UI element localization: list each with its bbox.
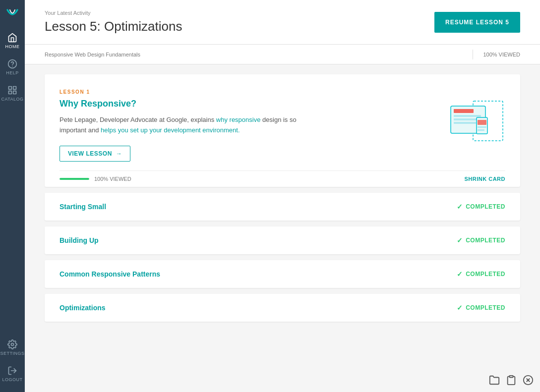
progress-track xyxy=(60,178,89,180)
sidebar-item-help[interactable]: HELP xyxy=(0,54,25,80)
sidebar-item-catalog[interactable]: CATALOG xyxy=(0,80,25,107)
sidebar-item-logout-label: LOGOUT xyxy=(2,377,22,382)
check-icon-4: ✓ xyxy=(457,270,463,278)
lesson-1-desc: Pete Lepage, Developer Advocate at Googl… xyxy=(60,115,298,136)
svg-rect-15 xyxy=(478,120,486,125)
lesson-1-progress: 100% VIEWED xyxy=(60,176,131,182)
lesson-card-4[interactable]: Common Responsive Patterns ✓ COMPLETED xyxy=(45,260,520,288)
lesson-3-status: ✓ COMPLETED xyxy=(457,236,505,244)
divider xyxy=(473,50,473,59)
svg-rect-10 xyxy=(454,109,474,113)
lesson-3-title: Building Up xyxy=(60,236,99,244)
course-pct-viewed: 100% VIEWED xyxy=(483,52,520,57)
lesson-card-1: LESSON 1 Why Responsive? Pete Lepage, De… xyxy=(45,74,520,187)
lesson-card-3[interactable]: Building Up ✓ COMPLETED xyxy=(45,226,520,254)
page-title: Lesson 5: Optimizations xyxy=(45,19,182,34)
shrink-card-button[interactable]: SHRINK CARD xyxy=(465,176,506,182)
bottom-toolbar xyxy=(487,373,535,387)
lesson-row-4[interactable]: Common Responsive Patterns ✓ COMPLETED xyxy=(45,260,520,288)
header: Your Latest Activity Lesson 5: Optimizat… xyxy=(25,0,540,45)
svg-rect-13 xyxy=(454,122,476,124)
main-content: Your Latest Activity Lesson 5: Optimizat… xyxy=(25,0,540,392)
svg-rect-14 xyxy=(477,117,487,134)
highlight-why: why responsive xyxy=(216,116,261,123)
check-icon-2: ✓ xyxy=(457,203,463,211)
svg-rect-5 xyxy=(13,91,16,94)
course-name: Responsive Web Design Fundamentals xyxy=(45,52,463,57)
svg-rect-16 xyxy=(478,126,486,128)
lesson-1-pct-viewed: 100% VIEWED xyxy=(94,176,131,182)
lesson-5-status: ✓ COMPLETED xyxy=(457,304,505,312)
lesson-2-status: ✓ COMPLETED xyxy=(457,203,505,211)
sidebar-item-settings[interactable]: SETTINGS xyxy=(0,335,25,361)
lesson-row-3[interactable]: Building Up ✓ COMPLETED xyxy=(45,226,520,254)
svg-rect-17 xyxy=(478,129,484,131)
sidebar-item-home-label: HOME xyxy=(5,44,20,49)
lesson-4-title: Common Responsive Patterns xyxy=(60,270,160,278)
lesson-row-5[interactable]: Optimizations ✓ COMPLETED xyxy=(45,294,520,322)
folder-icon[interactable] xyxy=(487,373,501,387)
sidebar-logo xyxy=(3,5,21,23)
svg-rect-12 xyxy=(454,118,479,120)
view-lesson-button[interactable]: VIEW LESSON → xyxy=(60,146,130,162)
lesson-5-title: Optimizations xyxy=(60,304,106,312)
lessons-list: LESSON 1 Why Responsive? Pete Lepage, De… xyxy=(25,64,540,332)
close-circle-icon[interactable] xyxy=(521,373,535,387)
lesson-card-1-body: LESSON 1 Why Responsive? Pete Lepage, De… xyxy=(45,74,520,187)
clipboard-icon[interactable] xyxy=(504,373,518,387)
course-progress-row: Responsive Web Design Fundamentals 100% … xyxy=(25,45,540,64)
svg-rect-18 xyxy=(509,376,513,378)
lesson-1-text: Why Responsive? Pete Lepage, Developer A… xyxy=(60,99,298,170)
lesson-card-2[interactable]: Starting Small ✓ COMPLETED xyxy=(45,193,520,221)
lesson-1-title: Why Responsive? xyxy=(60,99,298,109)
header-left: Your Latest Activity Lesson 5: Optimizat… xyxy=(45,10,182,34)
svg-point-6 xyxy=(11,343,14,346)
progress-fill xyxy=(60,178,89,180)
view-lesson-label: VIEW LESSON xyxy=(68,150,112,157)
lesson-4-status-label: COMPLETED xyxy=(466,271,505,278)
lesson-1-footer: 100% VIEWED SHRINK CARD xyxy=(60,170,505,187)
lesson-1-body: Why Responsive? Pete Lepage, Developer A… xyxy=(60,99,505,170)
svg-rect-3 xyxy=(13,87,16,90)
svg-rect-11 xyxy=(454,115,481,117)
lesson-3-status-label: COMPLETED xyxy=(466,237,505,244)
sidebar-item-settings-label: SETTINGS xyxy=(0,351,24,356)
sidebar: HOME HELP CATALOG SETTINGS LOGOUT xyxy=(0,0,25,392)
sidebar-item-logout[interactable]: LOGOUT xyxy=(0,361,25,387)
lesson-1-illustration xyxy=(446,99,505,143)
lesson-1-label: LESSON 1 xyxy=(60,89,505,95)
highlight-helps: helps you set up your development enviro… xyxy=(101,126,240,134)
resume-lesson-button[interactable]: RESUME LESSON 5 xyxy=(434,12,520,33)
svg-rect-2 xyxy=(9,87,12,90)
lesson-4-status: ✓ COMPLETED xyxy=(457,270,505,278)
lesson-card-5[interactable]: Optimizations ✓ COMPLETED xyxy=(45,294,520,322)
lesson-row-2[interactable]: Starting Small ✓ COMPLETED xyxy=(45,193,520,221)
arrow-right-icon: → xyxy=(116,150,122,157)
check-icon-3: ✓ xyxy=(457,236,463,244)
check-icon-5: ✓ xyxy=(457,304,463,312)
sidebar-item-catalog-label: CATALOG xyxy=(1,97,23,102)
lesson-2-status-label: COMPLETED xyxy=(466,203,505,210)
header-subtitle: Your Latest Activity xyxy=(45,10,182,16)
sidebar-item-home[interactable]: HOME xyxy=(0,28,25,54)
sidebar-item-help-label: HELP xyxy=(6,70,19,75)
lesson-2-title: Starting Small xyxy=(60,203,106,211)
svg-rect-4 xyxy=(9,91,12,94)
lesson-5-status-label: COMPLETED xyxy=(466,304,505,311)
